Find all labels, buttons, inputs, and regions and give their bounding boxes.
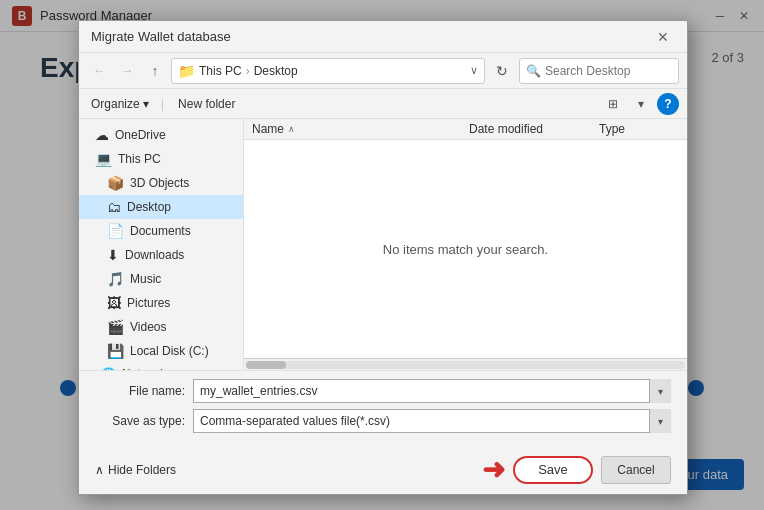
search-icon: 🔍 [526, 64, 541, 78]
file-list-body: No items match your search. [244, 140, 687, 358]
3d-objects-label: 3D Objects [130, 176, 189, 190]
hide-folders-button[interactable]: ∧ Hide Folders [95, 463, 176, 477]
organize-label: Organize [91, 97, 140, 111]
file-list-header: Name ∧ Date modified Type [244, 119, 687, 140]
pictures-label: Pictures [127, 296, 170, 310]
sidebar-item-desktop[interactable]: 🗂 Desktop [79, 195, 243, 219]
migrate-wallet-dialog: Migrate Wallet database ✕ ← → ↑ 📁 This P… [78, 20, 688, 495]
music-label: Music [130, 272, 161, 286]
search-input[interactable] [545, 64, 672, 78]
file-fields: File name: ▾ Save as type: Comma-separat… [79, 370, 687, 447]
navigation-toolbar: ← → ↑ 📁 This PC › Desktop ∨ ↻ 🔍 [79, 53, 687, 89]
sidebar-item-3d-objects[interactable]: 📦 3D Objects [79, 171, 243, 195]
documents-label: Documents [130, 224, 191, 238]
organize-toolbar: Organize ▾ | New folder ⊞ ▾ ? [79, 89, 687, 119]
red-arrow-annotation: ➜ [482, 453, 505, 486]
music-icon: 🎵 [107, 271, 124, 287]
dialog-title: Migrate Wallet database [91, 29, 651, 44]
this-pc-icon: 💻 [95, 151, 112, 167]
save-button[interactable]: Save [513, 456, 593, 484]
sidebar-item-network[interactable]: ▷ 🌐 Network [79, 363, 243, 370]
sidebar: ☁ OneDrive 💻 This PC 📦 3D Objects 🗂 Desk… [79, 119, 244, 370]
dialog-buttons-bar: ∧ Hide Folders ➜ Save Cancel [79, 447, 687, 494]
hide-folders-label: Hide Folders [108, 463, 176, 477]
savetype-select-wrapper: Comma-separated values file(*.csv) ▾ [193, 409, 671, 433]
breadcrumb-bar[interactable]: 📁 This PC › Desktop ∨ [171, 58, 485, 84]
file-list-area: Name ∧ Date modified Type No items match… [244, 119, 687, 370]
filename-dropdown-button[interactable]: ▾ [649, 379, 671, 403]
breadcrumb-separator: › [246, 64, 250, 78]
search-box[interactable]: 🔍 [519, 58, 679, 84]
downloads-label: Downloads [125, 248, 184, 262]
cancel-button[interactable]: Cancel [601, 456, 671, 484]
videos-icon: 🎬 [107, 319, 124, 335]
sort-arrow-icon: ∧ [288, 124, 295, 134]
sidebar-item-local-disk[interactable]: 💾 Local Disk (C:) [79, 339, 243, 363]
onedrive-icon: ☁ [95, 127, 109, 143]
breadcrumb-current: Desktop [254, 64, 298, 78]
documents-icon: 📄 [107, 223, 124, 239]
sidebar-item-downloads[interactable]: ⬇ Downloads [79, 243, 243, 267]
toolbar-separator: | [161, 96, 164, 111]
dialog-content: ☁ OneDrive 💻 This PC 📦 3D Objects 🗂 Desk… [79, 119, 687, 370]
view-toggle-button[interactable]: ⊞ [601, 93, 625, 115]
column-type[interactable]: Type [599, 122, 679, 136]
hide-folders-arrow-icon: ∧ [95, 463, 104, 477]
horizontal-scrollbar[interactable] [244, 358, 687, 370]
savetype-label: Save as type: [95, 414, 185, 428]
filename-label: File name: [95, 384, 185, 398]
desktop-icon: 🗂 [107, 199, 121, 215]
organize-dropdown-icon: ▾ [143, 97, 149, 111]
column-date-modified[interactable]: Date modified [469, 122, 599, 136]
sidebar-item-this-pc[interactable]: 💻 This PC [79, 147, 243, 171]
desktop-label: Desktop [127, 200, 171, 214]
refresh-button[interactable]: ↻ [489, 58, 515, 84]
view-dropdown-button[interactable]: ▾ [629, 93, 653, 115]
pictures-icon: 🖼 [107, 295, 121, 311]
column-name[interactable]: Name ∧ [252, 122, 469, 136]
filename-input[interactable] [193, 379, 671, 403]
3d-objects-icon: 📦 [107, 175, 124, 191]
sidebar-item-pictures[interactable]: 🖼 Pictures [79, 291, 243, 315]
this-pc-label: This PC [118, 152, 161, 166]
help-button[interactable]: ? [657, 93, 679, 115]
videos-label: Videos [130, 320, 166, 334]
scrollbar-thumb[interactable] [246, 361, 286, 369]
breadcrumb-dropdown-icon[interactable]: ∨ [470, 64, 478, 77]
sidebar-item-videos[interactable]: 🎬 Videos [79, 315, 243, 339]
sidebar-item-music[interactable]: 🎵 Music [79, 267, 243, 291]
filename-row: File name: ▾ [95, 379, 671, 403]
dialog-titlebar: Migrate Wallet database ✕ [79, 21, 687, 53]
downloads-icon: ⬇ [107, 247, 119, 263]
organize-button[interactable]: Organize ▾ [87, 95, 153, 113]
arrow-container: ➜ Save [482, 453, 593, 486]
breadcrumb-this-pc: This PC [199, 64, 242, 78]
sidebar-item-documents[interactable]: 📄 Documents [79, 219, 243, 243]
sidebar-item-onedrive[interactable]: ☁ OneDrive [79, 123, 243, 147]
empty-message: No items match your search. [383, 242, 548, 257]
onedrive-label: OneDrive [115, 128, 166, 142]
savetype-select[interactable]: Comma-separated values file(*.csv) [193, 409, 671, 433]
dialog-close-button[interactable]: ✕ [651, 25, 675, 49]
scrollbar-track [246, 361, 685, 369]
back-button[interactable]: ← [87, 59, 111, 83]
new-folder-button[interactable]: New folder [172, 95, 241, 113]
local-disk-icon: 💾 [107, 343, 124, 359]
savetype-row: Save as type: Comma-separated values fil… [95, 409, 671, 433]
up-button[interactable]: ↑ [143, 59, 167, 83]
toolbar-right: ⊞ ▾ ? [601, 93, 679, 115]
folder-icon: 📁 [178, 63, 195, 79]
local-disk-label: Local Disk (C:) [130, 344, 209, 358]
filename-input-wrapper: ▾ [193, 379, 671, 403]
forward-button[interactable]: → [115, 59, 139, 83]
